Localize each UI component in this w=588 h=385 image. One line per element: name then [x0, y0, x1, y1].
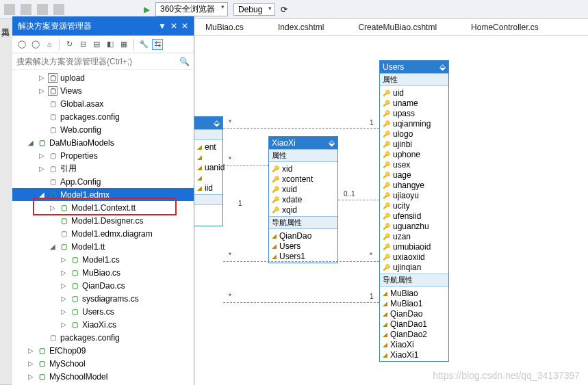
property[interactable]: ◢MuBiao1 — [383, 298, 446, 308]
wrench-icon[interactable]: 🔧 — [138, 39, 149, 50]
pin-icon[interactable]: ✕ — [170, 21, 177, 31]
property[interactable]: 🔑ujiaoyu — [383, 190, 446, 200]
config-dropdown[interactable]: Debug — [233, 3, 275, 16]
tool-icon[interactable] — [4, 4, 15, 15]
property[interactable]: 🔑ufensiid — [383, 211, 446, 221]
property[interactable]: ◢MuBiao — [383, 288, 446, 298]
property[interactable]: 🔑umubiaoid — [383, 241, 446, 252]
property[interactable]: ◢iid — [197, 183, 220, 193]
property[interactable]: 🔑uage — [383, 170, 446, 180]
entity-users[interactable]: Users⬙ 属性 🔑uid🔑uname🔑upass🔑uqianming🔑ulo… — [379, 60, 449, 362]
tab[interactable]: CreateMuBiao.cshtml — [358, 23, 437, 32]
property[interactable]: 🔑xdate — [272, 194, 335, 204]
property[interactable]: 🔑ujinqian — [383, 262, 446, 272]
property[interactable]: 🔑uname — [383, 98, 446, 108]
property[interactable]: ◢ — [197, 172, 220, 183]
entity-partial[interactable]: ⬙ ◢ent◢◢uanid◢◢iid — [194, 116, 223, 226]
tree-node[interactable]: ▷▢Views — [12, 84, 194, 97]
connector — [223, 261, 379, 262]
search-box[interactable]: 🔍 — [12, 53, 194, 70]
search-input[interactable] — [16, 57, 179, 66]
back-icon[interactable]: ◯ — [16, 39, 27, 50]
collapse-icon[interactable]: ⬙ — [439, 62, 446, 72]
tree-node[interactable]: ◢▢DaMuBiaoModels — [12, 136, 194, 149]
tree-node[interactable]: ◢▢Model1.tt — [12, 240, 194, 253]
property[interactable]: ◢Users — [272, 241, 335, 251]
tree-node[interactable]: ▷▢MySchool — [12, 357, 194, 370]
dropdown-icon[interactable]: ▼ — [158, 21, 166, 31]
tree-node[interactable]: ▢Global.asax — [12, 97, 194, 110]
property[interactable]: 🔑xcontent — [272, 174, 335, 184]
tree-node[interactable]: ▢packages.config — [12, 331, 194, 344]
property[interactable]: 🔑ucity — [383, 200, 446, 211]
tree-node[interactable]: ▢Model1.Designer.cs — [12, 214, 194, 227]
show-icon[interactable]: ▤ — [91, 39, 102, 50]
tree-node[interactable]: ▷▢MySchoolModel — [12, 370, 194, 383]
solution-explorer: 解决方案资源管理器 ▼ ✕ ✕ ◯ ◯ ⌂ ↻ ⊟ ▤ ◧ ▦ 🔧 ⇆ 🔍 ▷▢… — [12, 16, 194, 385]
collapse-icon[interactable]: ⬙ — [214, 118, 220, 128]
property[interactable]: 🔑xqid — [272, 204, 335, 215]
tree-node[interactable]: ▷▢EfChop09 — [12, 344, 194, 357]
tree-node[interactable]: ▷▢Users.cs — [12, 305, 194, 318]
tool-icon[interactable]: ◧ — [105, 39, 116, 50]
sync-icon[interactable]: ⇆ — [152, 39, 163, 50]
tree-node[interactable]: ▢Model1.edmx.diagram — [12, 227, 194, 240]
property[interactable]: ◢XiaoXi1 — [383, 349, 446, 360]
property[interactable]: 🔑upass — [383, 108, 446, 118]
tree-node[interactable]: ▷▢sysdiagrams.cs — [12, 292, 194, 305]
property[interactable]: 🔑uguanzhu — [383, 221, 446, 231]
property[interactable]: ◢QianDao2 — [383, 329, 446, 339]
edmx-diagram[interactable]: ⬙ ◢ent◢◢uanid◢◢iid XiaoXi⬙ 属性 🔑xid🔑xcont… — [194, 36, 588, 385]
tree-node[interactable]: ▷▢Model1.cs — [12, 253, 194, 266]
tree-node[interactable]: ▷▢Model1.Context.tt — [12, 201, 194, 214]
tab[interactable]: Index.cshtml — [278, 23, 324, 32]
property[interactable]: 🔑usex — [383, 159, 446, 170]
property[interactable]: 🔑uzan — [383, 231, 446, 241]
property[interactable]: 🔑ujinbi — [383, 139, 446, 149]
tool-icon[interactable]: ⟳ — [281, 5, 287, 14]
property[interactable]: ◢Users1 — [272, 251, 335, 261]
property[interactable]: 🔑uqianming — [383, 118, 446, 129]
property[interactable]: 🔑uphone — [383, 149, 446, 159]
property[interactable]: ◢ent — [197, 142, 220, 152]
property[interactable]: ◢uanid — [197, 162, 220, 172]
tree-node[interactable]: ▷▢XiaoXi.cs — [12, 318, 194, 331]
home-icon[interactable]: ⌂ — [44, 39, 55, 50]
property[interactable]: 🔑uxiaoxiid — [383, 252, 446, 262]
tree-node[interactable]: ▷▢QianDao.cs — [12, 279, 194, 292]
refresh-icon[interactable]: ↻ — [64, 39, 75, 50]
property[interactable]: ◢QianDao — [383, 308, 446, 319]
tool-icon[interactable] — [21, 4, 31, 15]
play-icon[interactable]: ▶ — [144, 5, 150, 14]
tree-node[interactable]: ▢Web.config — [12, 123, 194, 136]
left-gutter[interactable]: 工具箱数据源服务器资源管理器 — [0, 19, 12, 385]
tree-node[interactable]: ◢▢Model1.edmx — [12, 188, 194, 201]
property[interactable]: 🔑uid — [383, 88, 446, 98]
tab[interactable]: MuBiao.cs — [205, 23, 244, 32]
fwd-icon[interactable]: ◯ — [30, 39, 41, 50]
search-icon[interactable]: 🔍 — [179, 57, 190, 66]
entity-xiaoxi[interactable]: XiaoXi⬙ 属性 🔑xid🔑xcontent🔑xuid🔑xdate🔑xqid… — [268, 136, 338, 263]
tab[interactable]: HomeController.cs — [471, 23, 539, 32]
tool-icon[interactable]: ▦ — [118, 39, 129, 50]
property[interactable]: 🔑xuid — [272, 184, 335, 194]
property[interactable]: 🔑xid — [272, 163, 335, 174]
tree-node[interactable]: ▢App.Config — [12, 175, 194, 188]
property[interactable]: 🔑ulogo — [383, 129, 446, 139]
collapse-icon[interactable]: ⬙ — [329, 138, 335, 148]
property[interactable]: ◢ — [197, 152, 220, 162]
tree-node[interactable]: ▷▢MuBiao.cs — [12, 266, 194, 279]
browser-dropdown[interactable]: 360安全浏览器 — [155, 2, 228, 16]
property[interactable]: 🔑uhangye — [383, 180, 446, 190]
tool-icon[interactable] — [37, 4, 48, 15]
property[interactable]: ◢XiaoXi — [383, 339, 446, 349]
tree-node[interactable]: ▷▢引用 — [12, 162, 194, 175]
tree-node[interactable]: ▢packages.config — [12, 110, 194, 123]
tool-icon[interactable] — [53, 4, 64, 15]
close-icon[interactable]: ✕ — [181, 21, 188, 31]
property[interactable]: ◢QianDao — [272, 230, 335, 241]
property[interactable]: ◢QianDao1 — [383, 319, 446, 329]
collapse-icon[interactable]: ⊟ — [77, 39, 88, 50]
tree-node[interactable]: ▷▢upload — [12, 71, 194, 84]
tree-node[interactable]: ▷▢Properties — [12, 149, 194, 162]
